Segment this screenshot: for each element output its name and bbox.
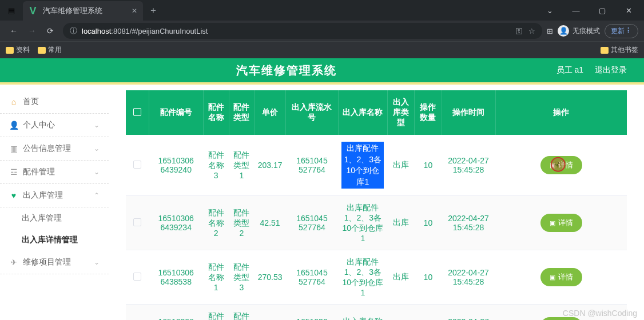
checkbox-icon[interactable] [133,218,141,226]
cell-op: ▣详情 [495,196,627,250]
sidebar-home[interactable]: ⌂ 首页 [0,90,109,114]
browser-tab[interactable]: V 汽车维修管理系统 ✕ [23,1,143,21]
url-text: localhost:8081/#/peijianChuruInoutList [82,27,208,35]
bookmark-star-icon[interactable]: ☆ [528,27,535,35]
th-ioname: 出入库名称 [338,90,387,135]
cell-partno: 16510306 6439240 [149,135,203,196]
inout-table: 配件编号 配件名称 配件类型 单价 出入库流水号 出入库名称 出入库类型 操作数… [126,90,627,320]
install-app-icon[interactable]: ⊞ [547,27,553,35]
checkbox-icon[interactable] [133,108,141,116]
cell-partname: 配件名称2 [203,196,229,250]
cell-op: ▣详情 [495,135,627,196]
cell-serial: 1651045 527764 [286,196,339,250]
table-row: 16510306 6439240配件名称3配件类型1203.171651045 … [126,135,627,196]
cell-partno: 16510306 6439226 [149,305,203,320]
sidebar-item-profile[interactable]: 👤 个人中心 ⌄ [0,114,109,137]
table-header: 配件编号 配件名称 配件类型 单价 出入库流水号 出入库名称 出入库类型 操作数… [126,90,627,135]
window-maximize-icon[interactable]: ▢ [589,0,615,21]
th-checkbox[interactable] [126,90,149,135]
cell-time: 2022-04-27 15:45:28 [442,135,495,196]
cell-checkbox[interactable] [126,196,149,250]
cell-qty: 10 [415,135,442,196]
user-icon: 👤 [9,121,18,130]
app-menu-icon[interactable]: ▤ [6,5,17,16]
cell-checkbox[interactable] [126,305,149,320]
dropdown-caret-icon: ⠇ [627,27,632,35]
checkbox-icon[interactable] [133,273,141,281]
sidebar-sub-inout-manage[interactable]: 出入库管理 [0,207,109,229]
update-button[interactable]: 更新 ⠇ [605,24,638,38]
window-chevron-icon[interactable]: ⌄ [536,0,563,21]
cell-ioname: 出入库名称5 [338,305,387,320]
user-label[interactable]: 员工 a1 [556,65,583,75]
chevron-down-icon: ⌄ [94,121,100,129]
tab-title: 汽车维修管理系统 [43,6,102,16]
cell-time: 2022-04-27 15:45:28 [442,250,495,305]
cell-serial: 1651045 527764 [286,250,339,305]
site-info-icon[interactable]: ⓘ [70,26,77,36]
detail-icon: ▣ [550,274,555,281]
sidebar-item-parts[interactable]: ☲ 配件管理 ⌄ [0,161,109,184]
sidebar: ⌂ 首页 👤 个人中心 ⌄ ▥ 公告信息管理 ⌄ ☲ 配件管理 ⌄ ♥ 出入库管… [0,85,109,320]
chevron-down-icon: ⌄ [94,258,100,266]
cell-parttype: 配件类型3 [229,250,255,305]
cell-iotype: 出库 [387,196,414,250]
home-icon: ⌂ [9,97,18,106]
nav-reload-icon[interactable]: ⟳ [42,23,58,39]
window-minimize-icon[interactable]: — [563,0,589,21]
send-icon: ✈ [9,258,18,267]
detail-button[interactable]: ▣详情 [540,214,582,232]
bookmarks-bar: 资料 常用 其他书签 [0,41,644,58]
detail-button[interactable]: ▣详情 [540,156,582,174]
password-key-icon[interactable]: ⚿ [515,27,523,35]
address-bar[interactable]: ⓘ localhost:8081/#/peijianChuruInoutList… [63,23,542,39]
cell-time: 2022-04-27 11:37: [442,305,495,320]
th-op: 操作 [495,90,627,135]
th-partno: 配件编号 [149,90,203,135]
cell-checkbox[interactable] [126,250,149,305]
table-row: 16510306 6438538配件名称1配件类型3270.531651045 … [126,250,627,305]
vue-favicon-icon: V [29,7,37,15]
sidebar-item-inout[interactable]: ♥ 出入库管理 ⌃ [0,184,109,207]
sidebar-item-repair[interactable]: ✈ 维修项目管理 ⌄ [0,251,109,274]
cell-ioname: 出库配件1、2、3各10个到仓库1 [338,196,387,250]
th-price: 单价 [255,90,286,135]
bookmark-item[interactable]: 常用 [38,45,62,55]
folder-icon [6,47,14,54]
bookmark-item[interactable]: 资料 [6,45,30,55]
checkbox-icon[interactable] [133,161,141,169]
tab-close-icon[interactable]: ✕ [132,7,137,15]
cell-price: 270.53 [255,250,286,305]
cell-price: 203.17 [255,135,286,196]
detail-button[interactable]: ▣详情 [540,268,582,286]
main-content: 配件编号 配件名称 配件类型 单价 出入库流水号 出入库名称 出入库类型 操作数… [109,85,644,320]
table-row: 16510306 6439226配件名称5配件类型3234.051651030 … [126,305,627,320]
chevron-up-icon: ⌃ [94,191,100,199]
bulb-icon: ♥ [9,191,18,200]
th-time: 操作时间 [442,90,495,135]
cell-parttype: 配件类型1 [229,135,255,196]
detail-icon: ▣ [550,219,555,227]
th-iotype: 出入库类型 [387,90,414,135]
cell-checkbox[interactable] [126,135,149,196]
folder-icon [601,47,609,54]
cell-iotype: 出库 [387,135,414,196]
table-row: 16510306 6439234配件名称2配件类型242.511651045 5… [126,196,627,250]
sidebar-item-notice[interactable]: ▥ 公告信息管理 ⌄ [0,137,109,161]
cell-price: 234.05 [255,305,286,320]
logout-link[interactable]: 退出登录 [595,65,627,75]
cell-serial: 1651030 6643986 7 [286,305,339,320]
new-tab-icon[interactable]: ＋ [149,5,158,17]
cell-qty: 10 [415,196,442,250]
window-close-icon[interactable]: ✕ [615,0,642,21]
cell-op: ▣详情 [495,250,627,305]
other-bookmarks[interactable]: 其他书签 [601,45,638,55]
nav-back-icon[interactable]: ← [6,23,22,39]
th-parttype: 配件类型 [229,90,255,135]
detail-button[interactable]: ▣详情 [540,317,582,320]
sidebar-sub-inout-detail[interactable]: 出入库详情管理 [0,229,109,251]
cell-parttype: 配件类型2 [229,196,255,250]
cell-partno: 16510306 6438538 [149,250,203,305]
cell-ioname: 出库配件1、2、3各10个到仓库1 [338,250,387,305]
cell-serial: 1651045 527764 [286,135,339,196]
